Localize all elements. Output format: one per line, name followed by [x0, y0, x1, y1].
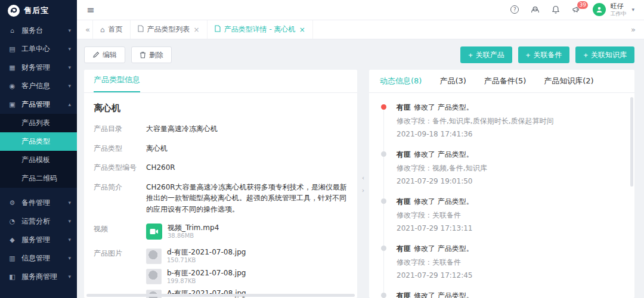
associate-kb-button[interactable]: 关联知识库 — [575, 46, 634, 63]
sidebar-item-spareparts[interactable]: 备件管理 — [0, 194, 77, 212]
edit-button-label: 编辑 — [103, 50, 117, 60]
delete-button[interactable]: 删除 — [131, 46, 172, 63]
tabs-scroll-left-icon[interactable] — [83, 26, 92, 33]
image-thumbnail — [146, 249, 162, 264]
chevron-down-icon — [68, 28, 71, 33]
close-icon[interactable] — [299, 26, 305, 33]
information-icon — [8, 255, 17, 262]
info-panel-tabs: 产品类型信息 — [84, 70, 357, 93]
sidebar-subitem-product-type[interactable]: 产品类型 — [0, 132, 77, 151]
horizontal-scrollbar[interactable] — [86, 294, 355, 297]
image-thumbnail — [146, 269, 162, 284]
timeline-entry: 有匪修改了 产品类型。 修改字段：关联备件 2021-07-29 17:12:4… — [381, 244, 626, 280]
plus-icon — [468, 51, 473, 59]
sidebar-item-customer-info[interactable]: 客户信息 — [0, 77, 77, 95]
tab-activity[interactable]: 动态信息(8) — [380, 76, 422, 86]
associate-parts-label: 关联备件 — [533, 50, 562, 60]
activity-fields: 修改字段：关联备件 — [397, 210, 626, 221]
activity-action: 修改了 产品类型。 — [414, 150, 473, 159]
sidebar-subitem-product-list[interactable]: 产品列表 — [0, 114, 77, 132]
avatar — [593, 3, 606, 16]
sidebar-item-workorder-center[interactable]: 工单中心 — [0, 40, 77, 58]
edit-icon — [92, 51, 100, 58]
timeline-dot — [381, 293, 386, 298]
main-area: 39 旺仔 工作中 首页 产品类型列表 — [77, 0, 644, 298]
field-value: 大容量高速冷冻离心机 — [146, 123, 218, 135]
page-tabbar: 首页 产品类型列表 产品类型详情 - 离心机 — [77, 20, 644, 39]
tab-products[interactable]: 产品(3) — [439, 76, 466, 86]
chevron-down-icon — [68, 46, 71, 52]
sidebar-subitem-product-template[interactable]: 产品模板 — [0, 151, 77, 169]
tab-product-type-list[interactable]: 产品类型列表 — [131, 20, 208, 39]
field-video: 视频 视频_Trim.mp4 38.86MB — [94, 224, 348, 240]
brand-name: 售后宝 — [24, 5, 49, 16]
timeline-dot — [381, 198, 386, 204]
sidebar-item-label: 客户信息 — [21, 81, 68, 91]
tabs-scroll-right-icon[interactable] — [628, 26, 638, 33]
product-image-list: d-有匪-2021-07-08.jpg 150.71KB b-有匪-2021-0… — [146, 248, 246, 298]
sidebar-spacer — [0, 188, 77, 194]
provider-icon — [8, 274, 17, 280]
collapse-left-icon[interactable] — [362, 175, 364, 181]
sidebar-item-product-management[interactable]: 产品管理 — [0, 95, 77, 114]
field-product-type-code: 产品类型编号 CH260R — [94, 162, 348, 173]
customer-icon — [8, 83, 17, 89]
content-area: 编辑 删除 关联产品 关联备件 关联知识库 — [77, 39, 644, 298]
tab-product-kb[interactable]: 产品知识库(2) — [544, 76, 593, 86]
chevron-down-icon — [68, 200, 71, 206]
tab-product-type-detail[interactable]: 产品类型详情 - 离心机 — [208, 20, 313, 39]
sidebar-item-finance[interactable]: 财务管理 — [0, 58, 77, 77]
sidebar-item-label: 服务商管理 — [21, 272, 68, 282]
document-icon — [138, 25, 144, 34]
activity-timestamp: 2021-07-29 17:12:45 — [397, 271, 626, 280]
sidebar-item-service-management[interactable]: 服务管理 — [0, 231, 77, 249]
sidebar-item-analytics[interactable]: 运营分析 — [0, 212, 77, 231]
field-value: 离心机 — [146, 143, 168, 154]
chevron-down-icon — [68, 274, 71, 280]
sidebar-item-service-desk[interactable]: 服务台 — [0, 21, 77, 40]
product-type-info-panel: 产品类型信息 离心机 产品目录 大容量高速冷冻离心机 产品类型 离心机 产品类型… — [84, 70, 357, 298]
timeline-entry: 有匪修改了 产品类型。 修改字段：关联备件 2021-07-29 17:11:4… — [381, 291, 626, 298]
chevron-down-icon — [68, 83, 71, 89]
bell-icon[interactable] — [552, 5, 560, 14]
trash-icon — [140, 51, 146, 58]
sidebar-item-provider-management[interactable]: 服务商管理 — [0, 268, 77, 286]
activity-action: 修改了 产品类型。 — [414, 103, 473, 111]
chevron-up-icon — [68, 102, 71, 107]
associate-parts-button[interactable]: 关联备件 — [518, 46, 570, 63]
sidebar-collapse-icon[interactable] — [86, 5, 94, 15]
activity-timeline: 有匪修改了 产品类型。 修改字段：备件,知识库,质保期时长,质保起算时间 202… — [369, 93, 634, 298]
sidebar-item-label: 信息管理 — [21, 253, 68, 263]
top-header: 39 旺仔 工作中 — [77, 0, 644, 20]
collapse-right-icon[interactable] — [362, 187, 364, 194]
sidebar-item-label: 备件管理 — [21, 198, 68, 208]
user-menu[interactable]: 旺仔 工作中 — [593, 3, 634, 17]
associate-product-label: 关联产品 — [476, 50, 504, 60]
associate-product-button[interactable]: 关联产品 — [460, 46, 512, 63]
announcement-icon[interactable]: 39 — [572, 6, 581, 14]
image-file-item[interactable]: d-有匪-2021-07-08.jpg 150.71KB — [146, 248, 246, 265]
close-icon[interactable] — [194, 26, 200, 33]
image-file-item[interactable]: b-有匪-2021-07-08.jpg 199.87KB — [146, 269, 246, 285]
sidebar-subitem-label: 产品列表 — [21, 118, 50, 128]
sidebar-subitem-product-qrcode[interactable]: 产品二维码 — [0, 169, 77, 188]
tab-product-type-info[interactable]: 产品类型信息 — [94, 74, 140, 92]
field-product-type: 产品类型 离心机 — [94, 143, 348, 154]
file-name: d-有匪-2021-07-08.jpg — [167, 248, 246, 257]
activity-user: 有匪 — [397, 103, 411, 111]
sidebar-item-label: 运营分析 — [21, 216, 68, 226]
vertical-scrollbar[interactable] — [630, 97, 633, 187]
edit-button[interactable]: 编辑 — [84, 46, 125, 63]
timeline-dot — [381, 151, 386, 157]
tab-home[interactable]: 首页 — [92, 20, 131, 39]
incognito-icon[interactable] — [531, 6, 540, 14]
activity-user: 有匪 — [397, 244, 411, 253]
chevron-down-icon — [631, 7, 634, 13]
home-icon — [100, 26, 105, 33]
video-file-item[interactable]: 视频_Trim.mp4 38.86MB — [146, 224, 219, 240]
tab-product-parts[interactable]: 产品备件(5) — [484, 76, 526, 86]
sidebar-item-information-management[interactable]: 信息管理 — [0, 249, 77, 268]
associate-kb-label: 关联知识库 — [591, 50, 627, 60]
help-icon[interactable] — [510, 5, 519, 14]
activity-action: 修改了 产品类型。 — [414, 244, 473, 253]
